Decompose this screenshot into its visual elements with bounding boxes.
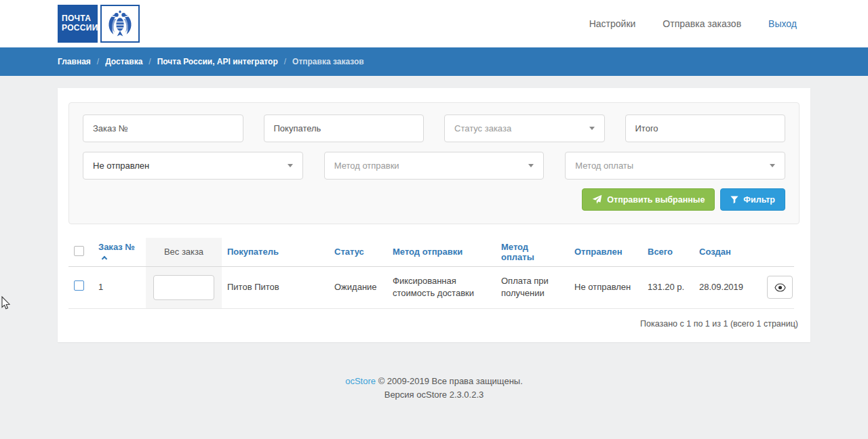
breadcrumb-separator: / [97, 57, 99, 66]
breadcrumb-current-page: Отправка заказов [292, 57, 364, 66]
orders-table: Заказ № Вес закза Покупатель Статус Мето… [68, 238, 794, 309]
payment-method-select[interactable]: Метод оплаты [565, 152, 785, 180]
nav-settings-link[interactable]: Настройки [589, 18, 636, 29]
chevron-down-icon [770, 164, 775, 167]
breadcrumb-home-link[interactable]: Главная [58, 57, 91, 66]
cell-payment-method: Оплата при получении [496, 266, 569, 309]
send-selected-button-label: Отправить выбранные [607, 195, 705, 205]
order-number-input[interactable] [83, 114, 243, 142]
table-header-row: Заказ № Вес закза Покупатель Статус Мето… [68, 238, 794, 266]
breadcrumb-module-link[interactable]: Почта России, API интегратор [157, 57, 278, 66]
total-input[interactable] [625, 114, 786, 142]
breadcrumb-bar: Главная / Доставка / Почта России, API и… [0, 47, 868, 76]
cell-status: Ожидание [329, 266, 387, 309]
send-selected-button[interactable]: Отправить выбранные [582, 188, 715, 211]
chevron-down-icon [589, 127, 595, 130]
view-order-button[interactable] [767, 276, 793, 299]
column-header-status[interactable]: Статус [329, 238, 387, 266]
breadcrumb: Главная / Доставка / Почта России, API и… [58, 57, 364, 66]
copyright-text: © 2009-2019 Все права защищены. [378, 376, 523, 386]
nav-logout-link[interactable]: Выход [768, 18, 797, 29]
page-footer: ocStore © 2009-2019 Все права защищены. … [0, 375, 868, 401]
breadcrumb-delivery-link[interactable]: Доставка [105, 57, 142, 66]
filter-button[interactable]: Фильтр [720, 188, 785, 211]
column-header-total[interactable]: Всего [642, 238, 694, 266]
filter-button-label: Фильтр [743, 195, 775, 205]
sent-status-select-value: Не отправлен [93, 161, 149, 171]
select-all-checkbox[interactable] [74, 246, 84, 256]
payment-method-select-value: Метод оплаты [575, 161, 633, 171]
column-header-order[interactable]: Заказ № [93, 238, 146, 266]
paper-plane-icon [592, 194, 602, 205]
column-header-shipping[interactable]: Метод отправки [387, 238, 496, 266]
column-header-customer[interactable]: Покупатель [222, 238, 329, 266]
pagination-status: Показано с 1 по 1 из 1 (всего 1 страниц) [68, 319, 800, 329]
sent-status-select[interactable]: Не отправлен [83, 152, 303, 180]
orders-card: Статус заказа Не отправлен Метод отправк… [58, 88, 810, 342]
version-text: Версия ocStore 2.3.0.2.3 [0, 388, 868, 402]
chevron-down-icon [288, 164, 293, 167]
russian-post-logo: ПОЧТА РОССИИ [58, 5, 140, 43]
ocstore-link[interactable]: ocStore [345, 376, 376, 386]
weight-input[interactable] [153, 275, 214, 300]
shipping-method-select[interactable]: Метод отправки [324, 152, 545, 180]
column-header-weight: Вес закза [146, 238, 222, 266]
breadcrumb-separator: / [284, 57, 286, 66]
order-status-select[interactable]: Статус заказа [444, 114, 605, 142]
cell-shipping-method: Фиксированная стоимость доставки [387, 266, 496, 309]
top-header: ПОЧТА РОССИИ [0, 0, 868, 47]
table-row: 1 Питов Питов Ожидание Фиксированная сто… [68, 266, 794, 309]
cell-customer: Питов Питов [222, 266, 329, 309]
russian-post-eagle-icon [100, 5, 140, 43]
breadcrumb-separator: / [149, 57, 151, 66]
cell-sent: Не отправлен [569, 266, 642, 309]
shipping-method-select-value: Метод отправки [334, 161, 399, 171]
nav-send-orders-link[interactable]: Отправка заказов [663, 18, 741, 29]
cell-total: 131.20 р. [642, 266, 694, 309]
column-header-sent[interactable]: Отправлен [569, 238, 642, 266]
row-checkbox[interactable] [74, 280, 84, 291]
column-header-created[interactable]: Создан [694, 238, 762, 266]
russian-post-logo-text: ПОЧТА РОССИИ [58, 5, 98, 43]
sort-asc-icon [102, 256, 107, 262]
filter-panel: Статус заказа Не отправлен Метод отправк… [68, 102, 800, 224]
top-navigation: Настройки Отправка заказов Выход [589, 18, 797, 29]
chevron-down-icon [528, 164, 534, 167]
cell-created: 28.09.2019 [694, 266, 762, 309]
eye-icon [774, 283, 786, 292]
logo-line2: РОССИИ [62, 24, 98, 33]
logo-line1: ПОЧТА [62, 14, 98, 24]
customer-input[interactable] [264, 114, 425, 142]
column-header-payment[interactable]: Метод оплаты [496, 238, 569, 266]
mouse-cursor [1, 296, 11, 314]
funnel-icon [730, 196, 738, 204]
cell-order-id: 1 [93, 266, 146, 309]
order-status-select-value: Статус заказа [454, 123, 511, 133]
